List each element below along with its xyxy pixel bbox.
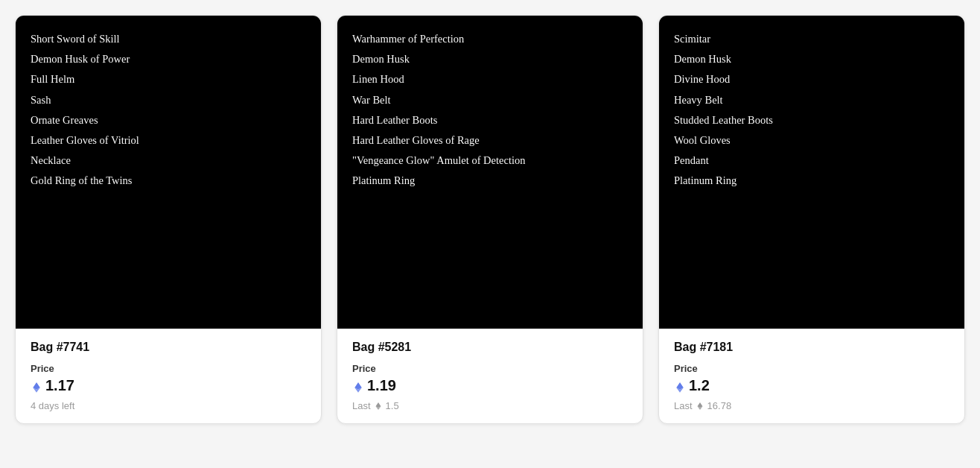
- card-image-area: Short Sword of SkillDemon Husk of PowerF…: [16, 16, 321, 329]
- item-name-0: Warhammer of Perfection: [352, 31, 628, 48]
- item-name-6: Necklace: [31, 152, 306, 169]
- price-value: 1.2: [674, 377, 949, 394]
- price-label: Price: [31, 363, 306, 374]
- item-name-3: War Belt: [352, 92, 628, 109]
- item-name-5: Hard Leather Gloves of Rage: [352, 132, 628, 149]
- card-image-area: ScimitarDemon HuskDivine HoodHeavy BeltS…: [659, 16, 964, 329]
- bag-title: Bag #7741: [31, 341, 306, 354]
- item-name-4: Hard Leather Boots: [352, 112, 628, 129]
- price-number: 1.19: [367, 377, 396, 394]
- item-name-3: Heavy Belt: [674, 92, 949, 109]
- last-label: Last: [674, 400, 693, 411]
- item-name-0: Short Sword of Skill: [31, 31, 306, 48]
- secondary-info: Last 1.5: [352, 400, 628, 411]
- item-name-7: Platinum Ring: [352, 172, 628, 189]
- bag-title: Bag #5281: [352, 341, 628, 354]
- card-info-area: Bag #5281Price 1.19Last 1.5: [337, 329, 643, 423]
- card-image-area: Warhammer of PerfectionDemon HuskLinen H…: [337, 16, 643, 329]
- item-name-3: Sash: [31, 92, 306, 109]
- item-name-7: Platinum Ring: [674, 172, 949, 189]
- item-name-2: Linen Hood: [352, 71, 628, 88]
- card-info-area: Bag #7181Price 1.2Last 16.78: [659, 329, 964, 423]
- item-name-5: Wool Gloves: [674, 132, 949, 149]
- eth-icon: [352, 380, 364, 392]
- bag-title: Bag #7181: [674, 341, 949, 354]
- card-info-area: Bag #7741Price 1.174 days left: [16, 329, 321, 423]
- secondary-info: 4 days left: [31, 400, 306, 411]
- item-name-6: "Vengeance Glow" Amulet of Detection: [352, 152, 628, 169]
- item-name-5: Leather Gloves of Vitriol: [31, 132, 306, 149]
- secondary-info: Last 16.78: [674, 400, 949, 411]
- last-label: Last: [352, 400, 371, 411]
- item-name-4: Ornate Greaves: [31, 112, 306, 129]
- item-name-1: Demon Husk: [674, 51, 949, 68]
- bag-card-bag-#7181[interactable]: ScimitarDemon HuskDivine HoodHeavy BeltS…: [658, 15, 965, 424]
- item-name-7: Gold Ring of the Twins: [31, 172, 306, 189]
- item-name-2: Full Helm: [31, 71, 306, 88]
- price-value: 1.17: [31, 377, 306, 394]
- price-label: Price: [352, 363, 628, 374]
- eth-icon: [674, 380, 686, 392]
- last-price: 1.5: [386, 400, 399, 411]
- price-number: 1.17: [45, 377, 74, 394]
- bag-card-bag-#5281[interactable]: Warhammer of PerfectionDemon HuskLinen H…: [337, 15, 643, 424]
- eth-icon: [31, 380, 42, 392]
- price-value: 1.19: [352, 377, 628, 394]
- price-label: Price: [674, 363, 949, 374]
- item-name-6: Pendant: [674, 152, 949, 169]
- item-name-1: Demon Husk of Power: [31, 51, 306, 68]
- eth-icon-small: [696, 402, 704, 411]
- item-name-1: Demon Husk: [352, 51, 628, 68]
- cards-container: Short Sword of SkillDemon Husk of PowerF…: [15, 15, 965, 424]
- last-price: 16.78: [707, 400, 732, 411]
- eth-icon-small: [374, 402, 383, 411]
- item-name-2: Divine Hood: [674, 71, 949, 88]
- bag-card-bag-#7741[interactable]: Short Sword of SkillDemon Husk of PowerF…: [15, 15, 322, 424]
- price-number: 1.2: [689, 377, 710, 394]
- item-name-0: Scimitar: [674, 31, 949, 48]
- item-name-4: Studded Leather Boots: [674, 112, 949, 129]
